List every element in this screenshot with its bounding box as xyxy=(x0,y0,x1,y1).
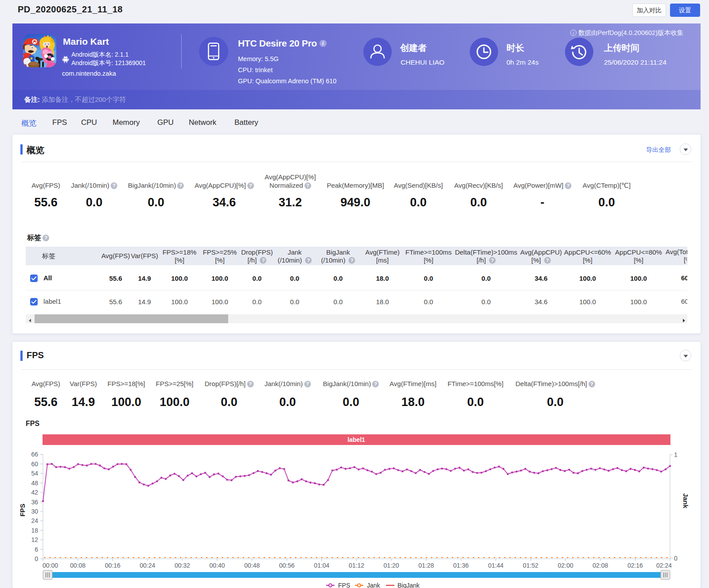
svg-text:12: 12 xyxy=(31,536,38,543)
svg-text:Jank: Jank xyxy=(367,582,381,588)
svg-text:02:16: 02:16 xyxy=(627,562,643,569)
svg-text:48: 48 xyxy=(31,480,38,487)
svg-text:00:48: 00:48 xyxy=(244,562,260,569)
svg-text:00:08: 00:08 xyxy=(70,562,86,569)
svg-text:00:16: 00:16 xyxy=(105,562,121,569)
svg-text:30: 30 xyxy=(31,508,38,515)
svg-text:01:36: 01:36 xyxy=(453,562,469,569)
svg-text:01:20: 01:20 xyxy=(384,562,399,569)
svg-text:24: 24 xyxy=(31,517,38,524)
svg-text:FPS: FPS xyxy=(19,503,26,516)
svg-text:01:04: 01:04 xyxy=(314,562,329,569)
svg-text:01:44: 01:44 xyxy=(488,562,503,569)
svg-text:01:52: 01:52 xyxy=(523,562,538,569)
svg-text:0: 0 xyxy=(35,555,38,562)
svg-text:6: 6 xyxy=(35,546,38,553)
svg-text:00:32: 00:32 xyxy=(175,562,190,569)
svg-text:01:12: 01:12 xyxy=(349,562,364,569)
svg-text:01:28: 01:28 xyxy=(418,562,434,569)
svg-text:66: 66 xyxy=(31,451,38,458)
svg-text:18: 18 xyxy=(31,527,38,534)
svg-text:00:00: 00:00 xyxy=(43,562,58,569)
svg-text:BigJank: BigJank xyxy=(397,582,420,588)
svg-text:FPS: FPS xyxy=(26,420,39,427)
svg-text:FPS: FPS xyxy=(338,582,350,588)
svg-text:0: 0 xyxy=(674,555,678,562)
svg-text:Jank: Jank xyxy=(682,493,690,509)
svg-text:1: 1 xyxy=(674,451,678,458)
svg-text:02:24: 02:24 xyxy=(656,562,672,569)
svg-text:02:08: 02:08 xyxy=(592,562,608,569)
svg-text:42: 42 xyxy=(31,489,38,496)
svg-text:60: 60 xyxy=(31,460,38,468)
svg-text:36: 36 xyxy=(31,499,38,506)
svg-text:00:56: 00:56 xyxy=(279,562,295,569)
svg-text:00:24: 00:24 xyxy=(140,562,155,569)
svg-text:label1: label1 xyxy=(347,436,365,443)
svg-text:54: 54 xyxy=(31,470,38,477)
svg-text:02:00: 02:00 xyxy=(558,562,573,569)
svg-text:00:40: 00:40 xyxy=(210,562,225,569)
